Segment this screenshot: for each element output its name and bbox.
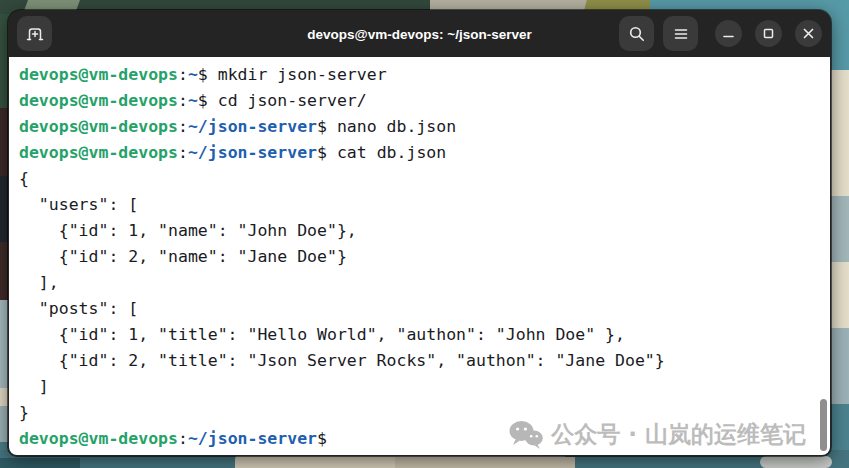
new-tab-button[interactable] (17, 16, 52, 51)
terminal-line: {"id": 1, "title": "Hello World", "autho… (19, 322, 830, 348)
wallpaper-shape (830, 196, 849, 266)
terminal-line: devops@vm-devops:~/json-server$ cat db.j… (19, 140, 830, 166)
terminal-text-segment: {"id": 1, "title": "Hello World", "autho… (19, 325, 625, 344)
search-icon (628, 25, 646, 43)
terminal-text-segment: $ (317, 143, 337, 162)
terminal-line: ] (19, 374, 830, 400)
terminal-text-segment: : (178, 65, 188, 84)
terminal-text-segment: ~/json-server (188, 117, 317, 136)
new-tab-icon (26, 25, 44, 43)
terminal-text-segment: ~/json-server (188, 429, 317, 448)
terminal-line: devops@vm-devops:~$ mkdir json-server (19, 62, 830, 88)
terminal-text-segment: ~ (188, 65, 198, 84)
terminal-text-segment: ], (19, 273, 59, 292)
terminal-text-segment: "users": [ (19, 195, 138, 214)
terminal-text-segment: cd json-server/ (218, 91, 367, 110)
terminal-line: "posts": [ (19, 296, 830, 322)
scrollbar-thumb[interactable] (820, 399, 827, 451)
window-controls (715, 20, 822, 47)
terminal-text-segment: $ (198, 65, 218, 84)
terminal-text-segment: "posts": [ (19, 299, 138, 318)
terminal-text-segment: : (178, 429, 188, 448)
terminal-lines: devops@vm-devops:~$ mkdir json-serverdev… (19, 62, 830, 452)
terminal-text-segment: devops@vm-devops (19, 143, 178, 162)
terminal-line: ], (19, 270, 830, 296)
terminal-text-segment: devops@vm-devops (19, 65, 178, 84)
minimize-icon (715, 20, 742, 47)
terminal-text-segment: $ (317, 117, 337, 136)
wallpaper-shape (760, 456, 832, 468)
terminal-line: devops@vm-devops:~$ cd json-server/ (19, 88, 830, 114)
maximize-icon (755, 20, 782, 47)
terminal-text-segment: {"id": 1, "name": "John Doe"}, (19, 221, 357, 240)
wallpaper-shape (830, 0, 849, 75)
terminal-line: { (19, 166, 830, 192)
maximize-button[interactable] (755, 20, 782, 47)
terminal-text-segment: nano db.json (337, 117, 456, 136)
wallpaper-shape (830, 328, 849, 408)
terminal-line: devops@vm-devops:~/json-server$ nano db.… (19, 114, 830, 140)
titlebar[interactable]: devops@vm-devops: ~/json-server (8, 10, 831, 57)
menu-icon (672, 25, 690, 43)
terminal-text-segment: $ (317, 429, 337, 448)
watermark: 公众号 · 山岚的运维笔记 (509, 419, 806, 450)
terminal-content[interactable]: devops@vm-devops:~$ mkdir json-serverdev… (9, 57, 830, 455)
terminal-text-segment: ~/json-server (188, 143, 317, 162)
terminal-text-segment: {"id": 2, "name": "Jane Doe"} (19, 247, 347, 266)
terminal-text-segment: } (19, 403, 29, 422)
terminal-line: {"id": 2, "title": "Json Server Rocks", … (19, 348, 830, 374)
menu-button[interactable] (663, 16, 698, 51)
wallpaper-shape (395, 457, 575, 468)
titlebar-controls (619, 16, 822, 51)
wechat-icon (509, 420, 543, 450)
terminal-line: {"id": 2, "name": "Jane Doe"} (19, 244, 830, 270)
terminal-text-segment: devops@vm-devops (19, 429, 178, 448)
terminal-window: devops@vm-devops: ~/json-server (8, 10, 831, 456)
terminal-text-segment: devops@vm-devops (19, 91, 178, 110)
watermark-text: 公众号 · 山岚的运维笔记 (551, 419, 806, 450)
terminal-text-segment: {"id": 2, "title": "Json Server Rocks", … (19, 351, 665, 370)
wallpaper-shape (0, 458, 80, 468)
terminal-text-segment: { (19, 169, 29, 188)
terminal-text-segment: cat db.json (337, 143, 446, 162)
terminal-line: "users": [ (19, 192, 830, 218)
terminal-text-segment: $ (198, 91, 218, 110)
terminal-text-segment: : (178, 143, 188, 162)
search-button[interactable] (619, 16, 654, 51)
terminal-text-segment: devops@vm-devops (19, 117, 178, 136)
wallpaper-shape (830, 262, 849, 332)
terminal-text-segment: : (178, 91, 188, 110)
close-icon (795, 20, 822, 47)
close-button[interactable] (795, 20, 822, 47)
terminal-text-segment: mkdir json-server (218, 65, 387, 84)
desktop: { "titlebar": { "title": "devops@vm-devo… (0, 0, 849, 468)
wallpaper-shape (830, 70, 849, 200)
terminal-text-segment: ] (19, 377, 49, 396)
terminal-text-segment: ~ (188, 91, 198, 110)
window-title: devops@vm-devops: ~/json-server (307, 26, 531, 41)
minimize-button[interactable] (715, 20, 742, 47)
terminal-text-segment: : (178, 117, 188, 136)
terminal-line: {"id": 1, "name": "John Doe"}, (19, 218, 830, 244)
